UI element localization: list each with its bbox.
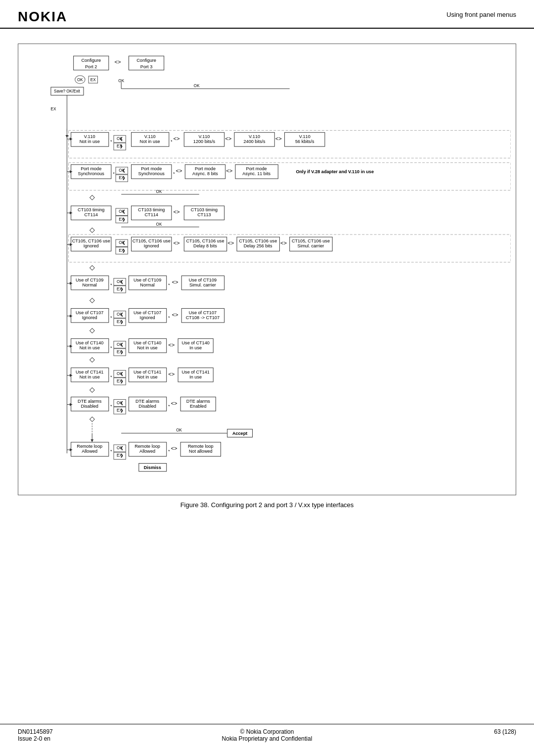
svg-text:*: * [110,140,112,144]
svg-text:CT103 timing: CT103 timing [78,207,104,212]
svg-text:V.110: V.110 [299,134,311,139]
svg-text:Use of CT140: Use of CT140 [76,340,103,345]
svg-text:Disabled: Disabled [81,404,98,409]
svg-text:❮: ❮ [120,280,124,284]
svg-text:V.110: V.110 [198,134,210,139]
footer-copyright: © Nokia Corporation Nokia Proprietary an… [184,728,350,742]
svg-text:DTE alarms: DTE alarms [135,399,160,404]
svg-text:Use of CT109: Use of CT109 [189,278,217,283]
svg-text:<>: <> [168,342,175,348]
svg-text:CT114: CT114 [85,212,98,217]
header-title: Using front panel menus [446,9,516,18]
svg-text:Allowed: Allowed [139,449,155,454]
svg-text:◇: ◇ [89,263,95,271]
figure-caption: Figure 38. Configuring port 2 and port 3… [18,501,516,509]
svg-text:Disabled: Disabled [138,404,156,409]
svg-text:Async. 8 bits: Async. 8 bits [192,171,218,176]
svg-text:Synchronous: Synchronous [138,171,165,176]
page-header: NOKIA Using front panel menus [0,0,534,29]
svg-text:Port 2: Port 2 [85,64,97,69]
issue: Issue 2-0 en [18,735,184,742]
svg-text:OK: OK [156,222,162,227]
svg-text:<>: <> [171,400,177,406]
svg-text:CT105, CT106 use: CT105, CT106 use [239,238,277,243]
svg-text:<>: <> [171,445,177,451]
svg-text:❯: ❯ [120,144,123,148]
svg-text:<>: <> [227,240,234,246]
svg-text:CT103 timing: CT103 timing [138,207,165,212]
svg-text:Simul. carrier: Simul. carrier [298,243,324,248]
svg-text:❮: ❮ [120,401,124,405]
svg-text:Remote loop: Remote loop [77,444,102,449]
svg-text:OK: OK [194,84,200,88]
doc-number: DN01145897 [18,728,184,735]
svg-text:<>: <> [172,312,178,318]
svg-text:Use of CT107: Use of CT107 [134,310,161,315]
svg-text:◇: ◇ [89,415,95,423]
svg-text:❮: ❮ [120,446,124,450]
svg-text:CT105, CT106 use: CT105, CT106 use [292,238,330,243]
svg-text:◇: ◇ [89,326,95,334]
svg-text:❮: ❮ [120,342,124,347]
svg-text:Async. 11 bits: Async. 11 bits [242,171,270,176]
svg-text:Configure: Configure [81,58,101,63]
svg-text:❮: ❮ [120,312,124,317]
diagram-svg: .box { fill: white; stroke: #333; stroke… [23,51,511,488]
page-footer: DN01145897 Issue 2-0 en © Nokia Corporat… [0,724,534,746]
svg-text:Normal: Normal [82,283,96,287]
svg-text:*: * [113,172,115,176]
svg-text:CT105, CT106 use: CT105, CT106 use [133,238,171,243]
copyright: © Nokia Corporation [184,728,350,735]
svg-text:◇: ◇ [89,226,95,234]
svg-text:EX: EX [90,78,96,82]
svg-text:Synchronous: Synchronous [78,171,105,176]
svg-text:*: * [173,172,175,176]
svg-text:❮: ❮ [120,372,124,376]
svg-text:Not in use: Not in use [137,345,158,350]
svg-text:◇: ◇ [89,193,95,201]
svg-text:In use: In use [189,345,202,350]
svg-text:<>: <> [176,168,182,174]
svg-text:V.110: V.110 [84,134,95,139]
svg-text:Not in use: Not in use [80,375,100,379]
svg-text:<>: <> [172,279,178,285]
svg-text:<>: <> [280,240,287,246]
svg-text:❯: ❯ [122,248,126,253]
svg-text:❯: ❯ [122,176,126,180]
svg-text:❯: ❯ [120,453,124,458]
svg-text:V.110: V.110 [144,134,156,139]
svg-text:56 kbits/s: 56 kbits/s [295,139,314,144]
svg-text:Not in use: Not in use [140,139,160,144]
svg-text:Port 3: Port 3 [140,64,152,69]
svg-text:❯: ❯ [122,217,126,222]
svg-text:Use of CT140: Use of CT140 [182,340,210,345]
svg-text:◇: ◇ [89,296,95,304]
svg-text:CT113: CT113 [197,212,211,217]
svg-text:Not in use: Not in use [80,139,100,144]
footer-page: 63 (128) [350,728,516,742]
svg-text:Use of CT109: Use of CT109 [134,278,161,283]
svg-text:*: * [110,316,112,320]
svg-text:Allowed: Allowed [82,449,97,454]
svg-text:Remote loop: Remote loop [188,444,214,449]
svg-text:Delay 8 bits: Delay 8 bits [193,243,217,248]
diagram-box: .box { fill: white; stroke: #333; stroke… [18,44,516,495]
svg-text:DTE alarms: DTE alarms [186,399,211,404]
svg-text:Ignored: Ignored [144,243,159,248]
svg-text:OK: OK [156,189,162,194]
svg-text:Simul. carrier: Simul. carrier [189,283,216,287]
svg-text:Only if V.28 adapter and V.110: Only if V.28 adapter and V.110 in use [296,169,374,174]
svg-text:EX: EX [51,107,56,111]
svg-text:Use of CT109: Use of CT109 [76,278,103,283]
svg-text:*: * [168,316,170,320]
svg-text:Enabled: Enabled [190,404,206,409]
svg-text:*: * [110,283,112,287]
svg-text:❮: ❮ [122,240,126,245]
svg-text:CT105, CT106 use: CT105, CT106 use [186,238,224,243]
svg-text:<>: <> [174,136,180,142]
svg-text:1200 bits/s: 1200 bits/s [193,139,216,144]
svg-text:Not in use: Not in use [137,375,158,379]
svg-text:Use of CT141: Use of CT141 [76,370,103,375]
svg-text:❮: ❮ [122,168,126,173]
svg-text:❮: ❮ [122,209,126,214]
